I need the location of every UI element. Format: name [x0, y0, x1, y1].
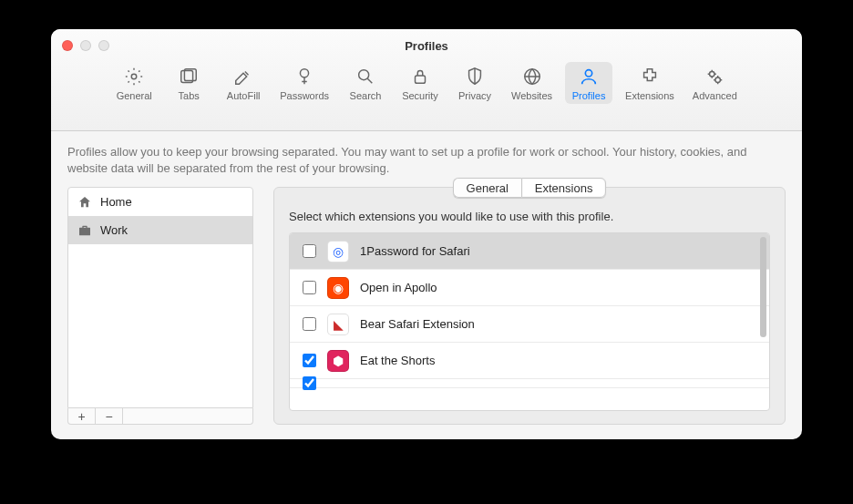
extension-checkbox[interactable] — [303, 317, 316, 331]
toolbar-label: Websites — [511, 90, 552, 101]
svg-point-3 — [301, 69, 309, 77]
add-profile-button[interactable]: + — [68, 408, 96, 424]
profile-detail-panel: General Extensions Select which extensio… — [273, 187, 786, 425]
extension-name: 1Password for Safari — [360, 244, 470, 258]
advanced-icon — [704, 66, 725, 87]
profile-name: Home — [100, 195, 132, 209]
toolbar-label: Extensions — [625, 90, 674, 101]
extension-checkbox[interactable] — [303, 376, 316, 390]
security-icon — [409, 66, 431, 87]
extension-app-icon: ◎ — [327, 241, 349, 262]
toolbar-item-websites[interactable]: Websites — [506, 62, 558, 104]
toolbar-item-autofill[interactable]: AutoFill — [220, 62, 267, 104]
scrollbar-thumb[interactable] — [760, 237, 766, 337]
extension-checkbox[interactable] — [303, 244, 316, 258]
preferences-toolbar: GeneralTabsAutoFillPasswordsSearchSecuri… — [51, 62, 802, 104]
segment-general[interactable]: General — [453, 178, 521, 198]
extension-row[interactable]: ⬢Eat the Shorts — [290, 343, 769, 379]
svg-point-0 — [131, 74, 137, 79]
preferences-window: Profiles GeneralTabsAutoFillPasswordsSea… — [51, 29, 802, 439]
extension-app-icon: ◣ — [327, 314, 349, 335]
toolbar-label: General — [117, 90, 152, 101]
toolbar-label: Tabs — [179, 90, 200, 101]
profiles-list-footer: + − — [67, 408, 253, 425]
briefcase-icon — [77, 223, 92, 238]
toolbar-item-privacy[interactable]: Privacy — [451, 62, 498, 104]
toolbar-item-security[interactable]: Security — [396, 62, 444, 104]
extension-row[interactable] — [290, 379, 769, 388]
profile-tab-segmented: General Extensions — [453, 178, 607, 198]
svg-rect-5 — [416, 76, 426, 83]
search-icon — [355, 66, 376, 87]
extension-row[interactable]: ◎1Password for Safari — [290, 233, 769, 270]
extensions-instruction: Select which extensions you would like t… — [289, 210, 770, 223]
profile-name: Work — [100, 223, 128, 237]
svg-point-9 — [715, 77, 721, 83]
profile-row-home[interactable]: Home — [68, 188, 252, 216]
toolbar-label: Search — [350, 90, 382, 101]
zoom-window-button[interactable] — [98, 40, 109, 51]
window-controls — [62, 40, 109, 51]
autofill-icon — [232, 66, 254, 87]
toolbar-item-tabs[interactable]: Tabs — [165, 62, 212, 104]
toolbar-item-profiles[interactable]: Profiles — [565, 62, 612, 104]
segment-extensions[interactable]: Extensions — [521, 178, 607, 198]
svg-point-8 — [710, 72, 715, 77]
tabs-icon — [178, 66, 200, 87]
profile-row-work[interactable]: Work — [68, 216, 252, 244]
toolbar-label: Passwords — [280, 90, 329, 101]
titlebar: Profiles GeneralTabsAutoFillPasswordsSea… — [51, 29, 802, 131]
toolbar-item-advanced[interactable]: Advanced — [687, 62, 743, 104]
svg-point-4 — [359, 70, 369, 80]
privacy-icon — [464, 66, 486, 87]
extensions-icon — [639, 66, 661, 87]
toolbar-item-passwords[interactable]: Passwords — [274, 62, 334, 104]
general-icon — [123, 66, 145, 87]
minimize-window-button[interactable] — [80, 40, 91, 51]
profiles-description: Profiles allow you to keep your browsing… — [67, 144, 786, 176]
extension-row[interactable]: ◉Open in Apollo — [290, 270, 769, 306]
extension-name: Bear Safari Extension — [360, 317, 475, 331]
extensions-scrollbar[interactable] — [760, 237, 766, 406]
toolbar-item-search[interactable]: Search — [342, 62, 389, 104]
extension-checkbox[interactable] — [303, 354, 316, 367]
house-icon — [77, 195, 92, 210]
toolbar-label: Privacy — [458, 90, 491, 101]
profiles-sidebar: HomeWork + − — [67, 187, 253, 425]
toolbar-item-extensions[interactable]: Extensions — [620, 62, 680, 104]
passwords-icon — [293, 66, 315, 87]
close-window-button[interactable] — [62, 40, 73, 51]
extensions-list: ◎1Password for Safari◉Open in Apollo◣Bea… — [289, 232, 770, 411]
extension-name: Eat the Shorts — [360, 354, 435, 367]
extension-app-icon: ◉ — [327, 277, 349, 299]
toolbar-label: Advanced — [693, 90, 737, 101]
profiles-list: HomeWork — [67, 187, 253, 408]
window-title: Profiles — [51, 29, 802, 53]
extension-row[interactable]: ◣Bear Safari Extension — [290, 306, 769, 343]
toolbar-label: AutoFill — [227, 90, 261, 101]
toolbar-item-general[interactable]: General — [110, 62, 158, 104]
extension-checkbox[interactable] — [303, 281, 316, 294]
remove-profile-button[interactable]: − — [96, 408, 123, 424]
toolbar-label: Profiles — [572, 90, 606, 101]
toolbar-label: Security — [402, 90, 438, 101]
websites-icon — [521, 66, 543, 87]
extension-app-icon: ⬢ — [327, 350, 349, 372]
profiles-icon — [578, 66, 600, 87]
svg-point-7 — [585, 70, 591, 77]
extension-name: Open in Apollo — [360, 281, 437, 294]
